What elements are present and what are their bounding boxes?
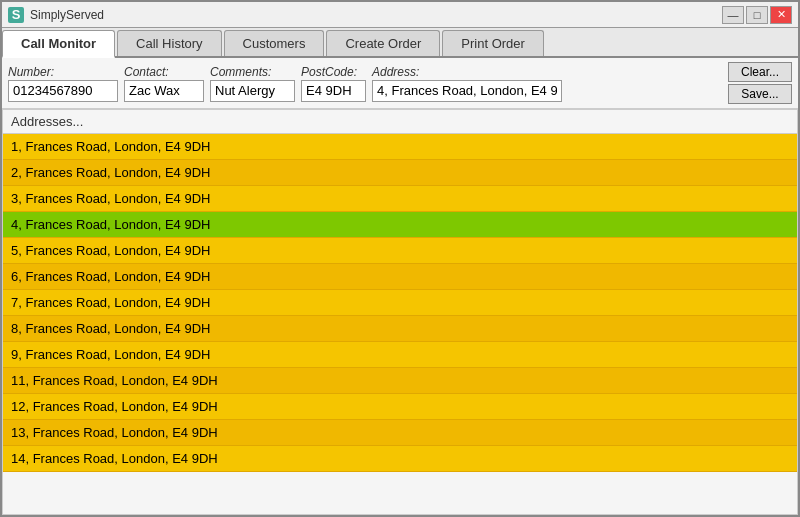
address-item[interactable]: 5, Frances Road, London, E4 9DH: [3, 238, 797, 264]
address-input[interactable]: [372, 80, 562, 102]
app-icon: S: [8, 7, 24, 23]
address-item[interactable]: 9, Frances Road, London, E4 9DH: [3, 342, 797, 368]
address-item[interactable]: 6, Frances Road, London, E4 9DH: [3, 264, 797, 290]
contact-input[interactable]: [124, 80, 204, 102]
contact-label: Contact:: [124, 65, 204, 79]
title-bar: S SimplyServed — □ ✕: [2, 2, 798, 28]
title-controls: — □ ✕: [722, 6, 792, 24]
number-field-group: Number:: [8, 65, 118, 102]
main-window: S SimplyServed — □ ✕ Call Monitor Call H…: [0, 0, 800, 517]
address-field-group: Address:: [372, 65, 562, 102]
address-item[interactable]: 1, Frances Road, London, E4 9DH: [3, 134, 797, 160]
address-item[interactable]: 8, Frances Road, London, E4 9DH: [3, 316, 797, 342]
clear-button[interactable]: Clear...: [728, 62, 792, 82]
postcode-field-group: PostCode:: [301, 65, 366, 102]
number-input[interactable]: [8, 80, 118, 102]
addresses-list[interactable]: 1, Frances Road, London, E4 9DH2, France…: [3, 134, 797, 514]
address-item[interactable]: 3, Frances Road, London, E4 9DH: [3, 186, 797, 212]
postcode-label: PostCode:: [301, 65, 366, 79]
addresses-header: Addresses...: [3, 110, 797, 134]
save-button[interactable]: Save...: [728, 84, 792, 104]
address-item[interactable]: 7, Frances Road, London, E4 9DH: [3, 290, 797, 316]
close-button[interactable]: ✕: [770, 6, 792, 24]
maximize-button[interactable]: □: [746, 6, 768, 24]
address-item[interactable]: 12, Frances Road, London, E4 9DH: [3, 394, 797, 420]
app-title: SimplyServed: [30, 8, 104, 22]
form-row: Number: Contact: Comments: PostCode: Add…: [2, 58, 798, 109]
address-item[interactable]: 11, Frances Road, London, E4 9DH: [3, 368, 797, 394]
comments-label: Comments:: [210, 65, 295, 79]
address-item[interactable]: 4, Frances Road, London, E4 9DH: [3, 212, 797, 238]
tab-call-monitor[interactable]: Call Monitor: [2, 30, 115, 58]
tab-call-history[interactable]: Call History: [117, 30, 221, 56]
comments-field-group: Comments:: [210, 65, 295, 102]
tab-create-order[interactable]: Create Order: [326, 30, 440, 56]
address-item[interactable]: 13, Frances Road, London, E4 9DH: [3, 420, 797, 446]
tab-print-order[interactable]: Print Order: [442, 30, 544, 56]
number-label: Number:: [8, 65, 118, 79]
address-item[interactable]: 14, Frances Road, London, E4 9DH: [3, 446, 797, 472]
minimize-button[interactable]: —: [722, 6, 744, 24]
title-bar-left: S SimplyServed: [8, 7, 104, 23]
tab-customers[interactable]: Customers: [224, 30, 325, 56]
address-item[interactable]: 2, Frances Road, London, E4 9DH: [3, 160, 797, 186]
action-buttons: Clear... Save...: [728, 62, 792, 104]
tab-bar: Call Monitor Call History Customers Crea…: [2, 28, 798, 58]
contact-field-group: Contact:: [124, 65, 204, 102]
addresses-panel: Addresses... 1, Frances Road, London, E4…: [2, 109, 798, 515]
address-label: Address:: [372, 65, 562, 79]
postcode-input[interactable]: [301, 80, 366, 102]
comments-input[interactable]: [210, 80, 295, 102]
